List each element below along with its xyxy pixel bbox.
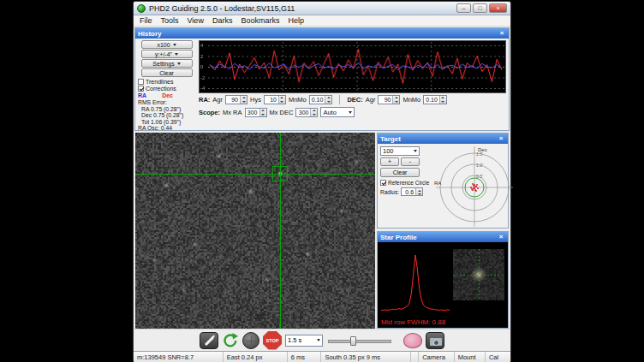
phd2-window: PHD2 Guiding 2.5.0 - Lodestar,SV115,G11 … [133,1,511,361]
brain-settings-icon[interactable] [403,333,422,348]
loop-exposures-icon[interactable] [222,332,239,349]
rms-dec: Dec 0.75 (0.28") [138,112,195,119]
ra-minmove-stepper[interactable]: 0.10 [309,95,333,104]
spin-down-icon [440,99,446,104]
history-pane-title: History [138,30,162,38]
menu-help[interactable]: Help [283,16,308,25]
spin-down-icon [311,112,317,116]
menu-bookmarks[interactable]: Bookmarks [236,16,283,25]
mxra-label: Mx RA [223,109,242,116]
history-settings-button[interactable]: Settings [141,59,193,68]
target-zoom-select[interactable]: 100 [380,146,420,156]
rms-header: RMS Error: [138,99,195,106]
reference-circle-checkbox[interactable] [380,180,386,186]
star-profile-pane: Star Profile × Mid row FWHM: 0.88 [377,231,509,329]
divider [339,95,340,104]
scope-prefix-label: Scope: [199,109,220,116]
scope-settings-row: Scope: Mx RA 300 Mx DEC 300 Auto [199,106,506,119]
dec-aggression-stepper[interactable]: 90 [378,95,400,104]
dec-agr-label: Agr [366,96,376,104]
target-pane-header[interactable]: Target × [378,134,508,144]
stop-icon[interactable]: STOP [263,331,282,350]
chevron-down-icon [177,62,181,65]
east-guide-status: East 0.24 px [224,352,288,362]
dec-guide-mode-select[interactable]: Auto [320,107,355,117]
star-profile-pane-header[interactable]: Star Profile × [378,232,508,242]
target-close-icon[interactable]: × [497,134,505,143]
camera-image-view [135,133,375,329]
ring-label-mid: 1.0' [476,163,483,168]
ra-osc: RA Osc: 0.44 [138,125,195,130]
mxdec-label: Mx DEC [270,109,294,116]
star-profile-pane-title: Star Profile [380,234,417,241]
target-zoom-out-button[interactable]: - [401,157,420,166]
rms-ra: RA 0.75 (0.28") [138,106,195,113]
slider-thumb[interactable] [350,336,356,346]
menu-darks[interactable]: Darks [208,16,237,25]
status-spacer [411,352,419,362]
history-close-icon[interactable]: × [498,29,506,38]
spin-down-icon [260,112,266,116]
chevron-down-icon [414,150,417,152]
dec-legend-label: Dec [162,92,173,98]
guide-scatter-point [470,187,472,188]
spin-down-icon [279,99,285,104]
guide-scatter-point [472,183,474,185]
maximize-button[interactable]: □ [473,3,487,13]
south-guide-status: South 0.35 px 9 ms [321,352,411,362]
exposure-select[interactable]: 1.5 s [285,335,323,347]
target-pane-title: Target [380,135,401,143]
guiding-history-graph [199,40,506,93]
radius-label: Radius: [380,189,399,195]
star-profile-close-icon[interactable]: × [497,233,505,241]
status-bar: m:139549 SNR=8.7 East 0.24 px 6 ms South… [134,351,510,362]
title-bar[interactable]: PHD2 Guiding 2.5.0 - Lodestar,SV115,G11 … [134,2,510,15]
menu-file[interactable]: File [135,16,157,25]
corrections-label: Corrections [146,86,176,92]
fwhm-readout: Mid row FWHM: 0.88 [381,318,445,326]
hysteresis-stepper[interactable]: 10 [264,95,286,104]
menu-bar: File Tools View Darks Bookmarks Help [134,15,510,27]
menu-view[interactable]: View [183,16,208,25]
max-dec-stepper[interactable]: 300 [295,108,318,117]
ra-aggression-stepper[interactable]: 90 [225,95,247,104]
guide-scatter-point [472,189,474,191]
target-clear-button[interactable]: Clear [380,168,420,177]
ra-mnmo-label: MnMo [289,96,307,104]
chevron-down-icon [349,111,352,114]
guide-icon[interactable] [242,332,259,349]
rms-error-block: RMS Error: RA 0.75 (0.28") Dec 0.75 (0.2… [138,99,195,130]
target-pane: Target × 100 + - Clear [377,133,509,228]
spin-down-icon [393,99,399,104]
guide-scatter-point [474,186,476,187]
camera-settings-icon[interactable] [426,332,444,349]
history-clear-button[interactable]: Clear [141,68,193,77]
spin-down-icon [416,192,422,195]
camera-status: Camera [419,352,455,362]
hys-label: Hys [250,96,261,104]
ra-axis-label: RA [434,181,441,186]
minimize-button[interactable]: – [456,3,471,13]
close-button[interactable]: × [489,3,507,13]
guide-scatter-point [474,184,475,186]
star-zoom-inset [453,249,504,300]
guide-algo-row: RA: Agr 90 Hys 10 MnMo 0.10 DEC: Agr 90 … [199,93,506,106]
corrections-checkbox[interactable] [138,86,144,92]
trendlines-checkbox[interactable] [138,79,144,85]
radius-stepper[interactable]: 0.6 [401,187,423,196]
dec-minmove-stepper[interactable]: 0.10 [423,95,447,104]
ring-label-outer: 1.5' [476,151,483,157]
reference-circle-label: Reference Circle [388,180,429,186]
gamma-slider[interactable] [326,334,393,347]
dec-prefix-label: DEC: [347,96,362,104]
history-scale-button[interactable]: x100 [141,40,193,49]
target-zoom-in-button[interactable]: + [380,157,399,166]
menu-tools[interactable]: Tools [157,16,183,25]
ra-legend-label: RA [138,92,146,98]
east-duration-status: 6 ms [288,352,322,362]
max-ra-stepper[interactable]: 300 [245,108,267,117]
star-mass-snr-status: m:139549 SNR=8.7 [134,352,224,362]
connect-equipment-icon[interactable] [200,332,218,349]
history-pane-header[interactable]: History × [135,28,509,39]
history-yscale-button[interactable]: y:+/-4" [141,50,193,58]
